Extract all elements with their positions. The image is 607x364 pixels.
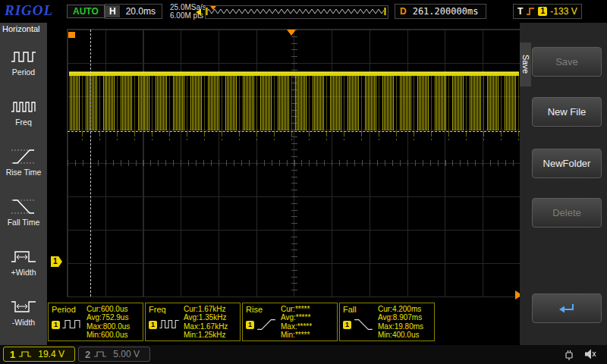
measure-threshold-line <box>68 131 521 132</box>
stat-cur: Cur:***** <box>281 305 335 314</box>
stat-cur: Cur:600.0us <box>86 305 141 314</box>
measurement-name: Rise <box>246 305 281 314</box>
memory-position-bar <box>205 5 388 19</box>
waveform-display-area: 1 <box>47 23 520 302</box>
sidebar-title: Horizontal <box>0 23 47 36</box>
sidebar-item-label: +Width <box>11 268 36 277</box>
channel1-level-marker[interactable]: 1 <box>51 256 62 267</box>
menu-tab-save: Save <box>520 42 531 86</box>
stat-cur: Cur:1.67kHz <box>184 305 238 314</box>
new-folder-button[interactable]: NewFolder <box>532 149 602 178</box>
trigger-source-badge: 1 <box>538 7 547 16</box>
stat-min: Min:1.25kHz <box>184 331 238 340</box>
oscilloscope-screen: RIGOL AUTO H 20.0ms 25.0MSa/s 6.00M pts <box>0 0 607 364</box>
trigger-status-badge: AUTO <box>67 5 105 18</box>
status-icons <box>563 348 596 360</box>
memory-pointer-icon <box>196 9 201 15</box>
trigger-position-marker[interactable] <box>287 30 296 36</box>
usb-icon <box>563 348 575 360</box>
return-arrow-icon <box>558 303 576 315</box>
channel1-coupling-icon <box>18 350 32 358</box>
channel-badge: 1 <box>343 321 351 329</box>
new-file-button[interactable]: New File <box>532 97 602 127</box>
delay-value: 261.200000ms <box>411 6 486 17</box>
period-icon <box>61 317 83 332</box>
stat-avg: Avg:752.9us <box>86 313 141 322</box>
period-icon <box>11 46 36 66</box>
stat-max: Max:19.80ms <box>378 322 432 331</box>
sidebar-item-rise-time[interactable]: Rise Time <box>0 136 47 187</box>
stat-max: Max:1.67kHz <box>184 322 238 331</box>
sidebar-item-freq[interactable]: Freq <box>0 86 47 136</box>
channel1-badge: 1 <box>10 349 15 360</box>
fall-icon <box>353 317 374 332</box>
sidebar-item-label: Fall Time <box>8 218 40 227</box>
stat-max: Max:***** <box>281 322 335 331</box>
stat-max: Max:800.0us <box>86 322 141 331</box>
channel-badge: 1 <box>149 321 157 329</box>
delay-label: D <box>395 6 411 17</box>
trigger-position-in-memory-icon <box>210 6 216 10</box>
rigol-logo: RIGOL <box>5 2 53 19</box>
channel2-badge: 2 <box>85 349 90 360</box>
channel-status-bar: 1 19.4 V 2 5.00 V <box>0 345 607 364</box>
trigger-label: T <box>517 6 523 17</box>
stat-cur: Cur:4.200ms <box>378 305 432 314</box>
neg-width-icon <box>11 297 36 316</box>
delete-button[interactable]: Delete <box>532 198 602 228</box>
measurement-name: Freq <box>149 305 184 314</box>
sidebar-item-label: -Width <box>12 318 35 327</box>
channel2-coupling-icon <box>93 350 107 358</box>
measurement-name: Fall <box>343 305 378 314</box>
return-button[interactable] <box>532 293 602 323</box>
channel-badge: 1 <box>246 321 254 329</box>
timebase-value: 20.0ms <box>120 6 162 17</box>
measurement-panel-rise: Rise 1 Cur:***** Avg:***** Max:***** Min… <box>242 303 338 341</box>
sidebar-item-fall-time[interactable]: Fall Time <box>0 187 47 237</box>
trigger-level-value: -133 V <box>550 6 577 17</box>
memory-start-marker <box>68 32 75 38</box>
stat-min: Min:600.0us <box>86 331 141 340</box>
speaker-icon <box>584 348 596 360</box>
trigger-readout: T 1 -133 V <box>513 4 582 19</box>
delay-readout: D 261.200000ms <box>395 4 486 19</box>
rise-icon <box>256 317 277 332</box>
stat-avg: Avg:1.35kHz <box>184 313 238 322</box>
top-status-bar: RIGOL AUTO H 20.0ms 25.0MSa/s 6.00M pts <box>0 0 607 23</box>
measurement-panel-fall: Fall 1 Cur:4.200ms Avg:8.907ms Max:19.80… <box>339 303 435 341</box>
horizontal-label: H <box>105 5 120 17</box>
measurement-panel-period: Period 1 Cur:600.0us Avg:752.9us Max:800… <box>48 303 143 341</box>
stat-min: Min:***** <box>281 331 335 340</box>
freq-icon <box>159 317 180 332</box>
channel2-scale: 5.00 V <box>113 349 140 359</box>
measurement-results-row: Period 1 Cur:600.0us Avg:752.9us Max:800… <box>48 303 520 343</box>
channel1-waveform <box>68 30 521 297</box>
measure-sidebar: Horizontal Period Freq Rise Time <box>0 23 47 345</box>
time-reference-cursor <box>90 30 91 297</box>
soft-menu: Save Save New File NewFolder Delete <box>520 23 607 345</box>
sidebar-item-label: Freq <box>15 118 32 127</box>
stat-min: Min:400.0us <box>378 331 432 340</box>
memory-waveform-icon <box>206 6 386 17</box>
measurement-panel-freq: Freq 1 Cur:1.67kHz Avg:1.35kHz Max:1.67k… <box>145 303 241 341</box>
sidebar-item-label: Rise Time <box>6 168 42 177</box>
channel-badge: 1 <box>52 321 60 329</box>
trigger-slope-icon <box>526 7 535 16</box>
fall-time-icon <box>11 196 36 216</box>
freq-icon <box>11 96 36 116</box>
rise-time-icon <box>11 146 36 166</box>
horizontal-timebase-readout: H 20.0ms <box>105 4 162 19</box>
channel1-tab[interactable]: 1 19.4 V <box>3 347 75 362</box>
graticule <box>67 29 521 297</box>
sidebar-item-label: Period <box>12 67 35 77</box>
channel2-tab[interactable]: 2 5.00 V <box>78 347 150 362</box>
measurement-name: Period <box>52 305 86 314</box>
stat-avg: Avg:8.907ms <box>378 313 432 322</box>
pos-width-icon <box>11 246 36 266</box>
sidebar-item-pos-width[interactable]: +Width <box>0 237 47 287</box>
sidebar-item-period[interactable]: Period <box>0 36 47 86</box>
stat-avg: Avg:***** <box>281 313 335 322</box>
channel1-scale: 19.4 V <box>38 349 64 359</box>
sidebar-item-neg-width[interactable]: -Width <box>0 287 47 337</box>
save-button[interactable]: Save <box>532 47 602 77</box>
